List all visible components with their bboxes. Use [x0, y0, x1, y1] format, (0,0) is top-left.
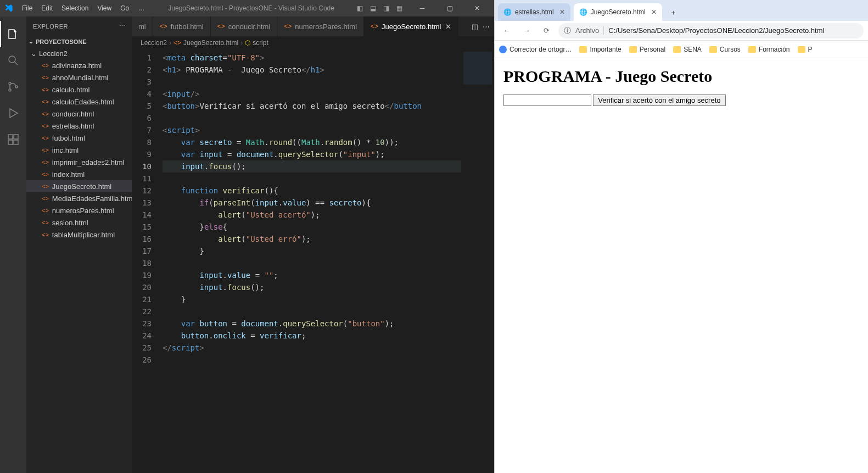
bookmark-item[interactable]: Cursos: [709, 46, 741, 53]
editor-tab[interactable]: <>conducir.html: [211, 16, 278, 36]
file-item[interactable]: <>adivinanza.html: [26, 59, 132, 71]
file-item[interactable]: <>MediaEdadesFamilia.html: [26, 192, 132, 204]
explorer-more-icon[interactable]: ⋯: [119, 23, 126, 30]
html-file-icon: <>: [42, 231, 49, 238]
svg-point-3: [15, 86, 18, 88]
source-control-icon[interactable]: [0, 74, 26, 100]
code-content[interactable]: <meta charset="UTF-8"><h1> PROGRAMA - Ju…: [163, 49, 461, 473]
explorer-header: EXPLORER ⋯: [26, 16, 132, 36]
explorer-icon[interactable]: [0, 21, 26, 47]
extensions-icon[interactable]: [0, 126, 26, 153]
menu-view[interactable]: View: [93, 4, 116, 12]
globe-icon: 🌐: [579, 8, 587, 16]
file-label: calculoEdades.html: [52, 98, 114, 106]
folder-label: Leccion2: [39, 49, 68, 58]
html-file-icon: <>: [42, 219, 49, 226]
bookmark-item[interactable]: P: [798, 46, 813, 53]
breadcrumbs[interactable]: Leccion2 › <>JuegoSecreto.html › ⬡script: [132, 36, 494, 49]
breadcrumb-folder[interactable]: Leccion2: [141, 39, 167, 47]
file-label: numerosPares.html: [52, 207, 114, 215]
file-item[interactable]: <>tablaMultiplicar.html: [26, 229, 132, 241]
browser-tab-inactive[interactable]: 🌐 estrellas.html ✕: [498, 3, 570, 21]
close-window-button[interactable]: ✕: [464, 0, 490, 16]
svg-point-1: [9, 82, 11, 85]
bookmark-item[interactable]: Formación: [748, 46, 790, 53]
bookmark-item[interactable]: Corrector de ortogr…: [499, 46, 572, 53]
file-label: imprimir_edades2.html: [52, 158, 125, 166]
editor-tab[interactable]: ml: [132, 16, 153, 36]
layout-panel-right-icon[interactable]: ◨: [380, 2, 392, 14]
file-item[interactable]: <>index.html: [26, 168, 132, 180]
file-item[interactable]: <>imprimir_edades2.html: [26, 156, 132, 168]
html-file-icon: <>: [284, 23, 292, 30]
file-item[interactable]: <>ahnoMundial.html: [26, 71, 132, 84]
folder-icon: [748, 46, 756, 53]
menu-edit[interactable]: Edit: [37, 4, 57, 12]
file-item[interactable]: <>sesion.html: [26, 216, 132, 229]
html-file-icon: <>: [371, 23, 378, 30]
file-item[interactable]: <>imc.html: [26, 144, 132, 156]
project-name: PROYECTOSONE: [36, 38, 87, 45]
html-file-icon: <>: [160, 23, 167, 30]
menu-more[interactable]: …: [133, 4, 149, 12]
bookmark-item[interactable]: SENA: [673, 46, 702, 53]
editor-tab[interactable]: <>JuegoSecreto.html✕: [364, 16, 458, 36]
layout-panel-left-icon[interactable]: ◧: [354, 2, 366, 14]
editor-tab[interactable]: <>numerosPares.html: [277, 16, 364, 36]
folder-icon: [673, 46, 681, 53]
split-editor-icon[interactable]: ◫: [472, 23, 478, 31]
html-file-icon: <>: [42, 195, 49, 202]
breadcrumb-file[interactable]: <>JuegoSecreto.html: [173, 39, 238, 47]
project-section[interactable]: ⌄ PROYECTOSONE: [26, 36, 132, 47]
search-icon[interactable]: [0, 47, 26, 74]
html-file-icon: <>: [42, 171, 49, 177]
close-icon[interactable]: ✕: [445, 23, 451, 31]
layout-customize-icon[interactable]: ▦: [393, 2, 405, 14]
chevron-down-icon: ⌄: [31, 49, 37, 58]
bookmark-item[interactable]: Personal: [629, 46, 665, 53]
code-editor[interactable]: 1234567891011121314151617181920212223242…: [132, 49, 494, 473]
close-icon[interactable]: ✕: [559, 8, 565, 16]
file-item[interactable]: <>calculoEdades.html: [26, 96, 132, 108]
line-gutter: 1234567891011121314151617181920212223242…: [132, 49, 163, 473]
secret-input[interactable]: [503, 94, 591, 106]
file-item[interactable]: <>calculo.html: [26, 84, 132, 96]
browser-tab-active[interactable]: 🌐 JuegoSecreto.html ✕: [574, 3, 662, 21]
more-actions-icon[interactable]: ⋯: [483, 23, 490, 31]
file-item[interactable]: <>estrellas.html: [26, 120, 132, 132]
file-item[interactable]: <>futbol.html: [26, 132, 132, 144]
close-icon[interactable]: ✕: [651, 8, 657, 16]
tabs-actions: ◫ ⋯: [467, 16, 494, 36]
svg-point-0: [9, 56, 15, 63]
menu-file[interactable]: File: [18, 4, 37, 12]
bookmark-item[interactable]: Importante: [579, 46, 621, 53]
file-label: MediaEdadesFamilia.html: [52, 194, 132, 203]
run-debug-icon[interactable]: [0, 100, 26, 126]
maximize-button[interactable]: ▢: [437, 0, 462, 16]
menu-selection[interactable]: Selection: [57, 4, 93, 12]
layout-panel-bottom-icon[interactable]: ⬓: [367, 2, 379, 14]
folder-icon: [709, 46, 717, 53]
file-item[interactable]: <>numerosPares.html: [26, 204, 132, 216]
window-title: JuegoSecreto.html - ProyectosONE - Visua…: [149, 4, 354, 12]
svg-rect-4: [8, 135, 13, 139]
file-item[interactable]: <>JuegoSecreto.html: [26, 180, 132, 192]
minimize-button[interactable]: ─: [410, 0, 435, 16]
verify-button[interactable]: Verificar si acertó con el amigo secreto: [593, 94, 725, 106]
menu-go[interactable]: Go: [116, 4, 133, 12]
breadcrumb-symbol[interactable]: ⬡script: [245, 39, 268, 47]
svg-rect-7: [14, 140, 18, 144]
forward-button[interactable]: →: [519, 23, 534, 38]
folder-leccion2[interactable]: ⌄ Leccion2: [26, 47, 132, 59]
svg-rect-6: [8, 140, 13, 144]
reload-button[interactable]: ⟳: [539, 23, 554, 38]
folder-icon: [629, 46, 637, 53]
site-info-icon[interactable]: ⓘ: [564, 26, 571, 36]
html-file-icon: <>: [42, 123, 49, 129]
new-tab-button[interactable]: ＋: [665, 4, 682, 21]
editor-tab[interactable]: <>futbol.html: [153, 16, 211, 36]
address-bar[interactable]: ⓘ Archivo C:/Users/Sena/Desktop/Proyecto…: [558, 23, 864, 38]
back-button[interactable]: ←: [499, 23, 514, 38]
minimap[interactable]: [461, 49, 494, 473]
file-item[interactable]: <>conducir.html: [26, 108, 132, 120]
